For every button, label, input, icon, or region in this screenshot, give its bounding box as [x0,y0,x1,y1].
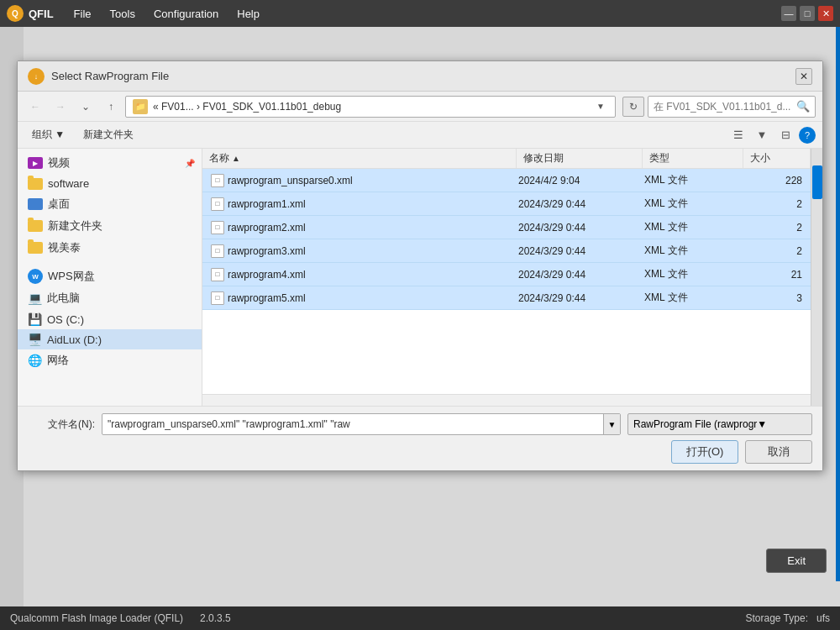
sidebar-item-label: 视美泰 [48,240,81,255]
dialog-icon: ↓ [28,68,45,85]
sort-arrow: ▲ [232,154,240,163]
file-size-cell: 2 [740,198,807,210]
file-type-cell: XML 文件 [639,291,740,305]
col-header-name[interactable]: 名称 ▲ [202,149,517,168]
help-button[interactable]: ? [799,127,816,144]
forward-button[interactable]: → [50,97,71,117]
scrollbar-thumb[interactable] [812,165,822,199]
empty-space [202,310,811,394]
wps-icon: W [28,269,43,284]
view-list-button[interactable]: ☰ [728,125,748,145]
col-header-size[interactable]: 大小 [743,149,811,168]
app-content: ↓ Select RawProgram File ✕ ← → ⌄ ↑ 📁 « F… [0,27,840,606]
sidebar-item-vmt[interactable]: 视美泰 [18,237,202,259]
file-date-cell: 2024/3/29 0:44 [513,198,639,210]
col-header-date[interactable]: 修改日期 [517,149,643,168]
dialog-close-button[interactable]: ✕ [795,68,812,85]
app-window: Q QFIL File Tools Configuration Help — □… [0,0,840,630]
close-button[interactable]: ✕ [818,6,833,21]
file-date-cell: 2024/3/29 0:44 [513,269,639,281]
col-header-type[interactable]: 类型 [643,149,743,168]
maximize-button[interactable]: □ [800,6,815,21]
file-name-cell: □ rawprogram1.xml [206,197,513,211]
table-row[interactable]: □ rawprogram4.xml 2024/3/29 0:44 XML 文件 … [202,263,811,286]
sidebar-item-label: WPS网盘 [48,269,95,284]
sidebar-item-c-drive[interactable]: 💾 OS (C:) [18,309,202,329]
table-row[interactable]: □ rawprogram1.xml 2024/3/29 0:44 XML 文件 … [202,192,811,216]
new-folder-button[interactable]: 新建文件夹 [76,125,141,144]
menu-configuration[interactable]: Configuration [145,5,227,23]
view-dropdown-button[interactable]: ▼ [752,125,772,145]
file-name-cell: □ rawprogram2.xml [206,221,513,234]
file-type-cell: XML 文件 [639,244,740,258]
up-button[interactable]: ↑ [100,97,122,117]
filename-input[interactable] [102,418,603,430]
minimize-button[interactable]: — [781,6,796,21]
file-name-cell: □ rawprogram3.xml [206,244,513,258]
table-row[interactable]: □ rawprogram5.xml 2024/3/29 0:44 XML 文件 … [202,286,811,310]
sidebar-item-label: 桌面 [48,197,70,212]
cancel-button[interactable]: 取消 [745,440,812,464]
sidebar-divider [18,259,202,265]
menu-bar: File Tools Configuration Help [66,5,268,23]
file-name-cell: □ rawprogram4.xml [206,268,513,281]
video-folder-icon: ▶ [28,157,43,169]
refresh-button[interactable]: ↻ [622,97,644,117]
file-type-cell: XML 文件 [639,267,740,281]
xml-file-icon: □ [211,197,224,211]
menu-help[interactable]: Help [228,5,268,23]
sidebar-item-newfolder[interactable]: 新建文件夹 [18,215,202,237]
filename-label: 文件名(N): [28,417,95,432]
sidebar-item-pc[interactable]: 💻 此电脑 [18,287,202,309]
sidebar-item-label: OS (C:) [47,313,84,326]
organize-button[interactable]: 组织 ▼ [24,125,72,144]
storage-value: ufs [816,612,830,624]
xml-file-icon: □ [211,268,224,281]
folder-icon [28,178,43,190]
folder-icon [28,220,43,232]
table-row[interactable]: □ rawprogram_unsparse0.xml 2024/4/2 9:04… [202,169,811,192]
expand-button[interactable]: ⌄ [75,97,97,117]
file-date-cell: 2024/3/29 0:44 [513,222,639,234]
xml-file-icon: □ [211,244,224,258]
file-date-cell: 2024/3/29 0:44 [513,245,639,257]
menu-file[interactable]: File [66,5,100,23]
storage-label: Storage Type: [745,612,808,624]
open-button[interactable]: 打开(O) [671,440,738,464]
file-date-cell: 2024/3/29 0:44 [513,292,639,304]
xml-file-icon: □ [211,221,224,234]
filename-row: 文件名(N): ▼ RawProgram File (rawprogr▼ [28,413,812,435]
column-headers: 名称 ▲ 修改日期 类型 大小 [202,149,811,169]
sidebar-item-label: software [48,177,89,190]
sidebar-item-wps[interactable]: W WPS网盘 [18,265,202,287]
sidebar-item-software[interactable]: software [18,174,202,193]
sidebar-item-network[interactable]: 🌐 网络 [18,349,202,371]
sidebar-item-desktop[interactable]: 桌面 [18,193,202,215]
file-date-cell: 2024/4/2 9:04 [513,175,639,186]
search-input[interactable] [654,101,793,113]
sidebar-item-video[interactable]: ▶ 视频 📌 [18,152,202,174]
action-row: 打开(O) 取消 [28,440,812,464]
drive-icon: 🖥️ [28,333,42,346]
status-left: Qualcomm Flash Image Loader (QFIL) 2.0.3… [10,612,231,624]
file-name-cell: □ rawprogram_unsparse0.xml [206,174,513,187]
table-row[interactable]: □ rawprogram3.xml 2024/3/29 0:44 XML 文件 … [202,239,811,263]
sidebar-item-label: 新建文件夹 [48,218,102,234]
sidebar-item-label: 视频 [48,155,70,171]
exit-area: Exit [766,549,827,573]
view-pane-button[interactable]: ⊟ [775,125,795,145]
exit-button[interactable]: Exit [766,549,827,573]
search-bar: 🔍 [648,96,816,118]
filetype-select[interactable]: RawProgram File (rawprogr▼ [627,413,812,435]
menu-tools[interactable]: Tools [102,5,144,23]
title-bar: Q QFIL File Tools Configuration Help — □… [0,0,840,27]
table-row[interactable]: □ rawprogram2.xml 2024/3/29 0:44 XML 文件 … [202,216,811,239]
app-title: QFIL [29,8,54,20]
sidebar-item-d-drive[interactable]: 🖥️ AidLux (D:) [18,329,202,349]
back-button[interactable]: ← [24,97,46,117]
secondary-toolbar: 组织 ▼ 新建文件夹 ☰ ▼ ⊟ ? [18,122,822,149]
path-dropdown-button[interactable]: ▼ [593,99,608,114]
horizontal-scrollbar[interactable] [202,394,811,406]
filename-dropdown-button[interactable]: ▼ [603,414,620,434]
vertical-scrollbar[interactable] [811,149,822,406]
